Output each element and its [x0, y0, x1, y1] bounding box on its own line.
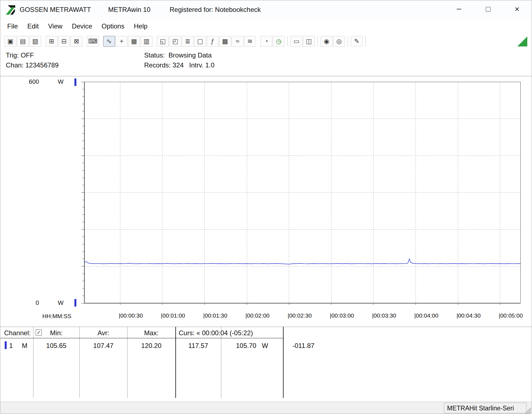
- formula-button[interactable]: ƒ: [207, 36, 219, 47]
- menu-view[interactable]: View: [43, 20, 67, 33]
- numeric-display-button[interactable]: ⌨: [87, 36, 99, 47]
- metrawin-window: GOSSEN METRAWATT METRAwin 10 Registered …: [0, 0, 532, 414]
- zoom-amplitude-icon: ◎: [336, 38, 342, 44]
- toolbar-separator: [287, 36, 288, 46]
- channel-number-cell: 1: [9, 342, 13, 350]
- scope-small-button[interactable]: ≈: [232, 36, 243, 47]
- export-window-button[interactable]: ◱: [157, 36, 169, 47]
- menu-file[interactable]: File: [2, 20, 23, 33]
- channel-column-header: Channel:: [4, 329, 31, 337]
- title-registered: Registered for: Notebookcheck: [170, 6, 261, 14]
- title-vendor: GOSSEN METRAWATT: [20, 6, 91, 14]
- toolbar: ▣▤▧⊞⊟⊠⌨∿+▦▥◱◰≣▢ƒ▩≈≋◔◷▭◫◉◎✎: [0, 33, 532, 50]
- x-tick-label: |00:05:00: [499, 312, 523, 319]
- device-panel-icon: ▩: [222, 38, 228, 44]
- open-file-button[interactable]: ▧: [29, 36, 41, 47]
- import-device-button[interactable]: ⊠: [71, 36, 82, 47]
- import-window-button[interactable]: ◰: [169, 36, 181, 47]
- menu-device[interactable]: Device: [67, 20, 97, 33]
- line-chart-button[interactable]: ∿: [103, 36, 115, 47]
- bar-graph-icon: ▥: [144, 38, 150, 44]
- device-panel-button[interactable]: ▩: [219, 36, 231, 47]
- import-window-icon: ◰: [172, 38, 178, 44]
- status-area: Trig: OFF Chan: 123456789 Status: Browsi…: [0, 50, 532, 76]
- menu-bar: FileEditViewDeviceOptionsHelp: [0, 20, 532, 33]
- table-divider: [33, 327, 33, 398]
- export-device-icon: ⊟: [61, 38, 67, 44]
- print-button[interactable]: ▭: [290, 36, 302, 47]
- maximize-icon: [486, 7, 491, 12]
- close-button[interactable]: ×: [509, 2, 525, 16]
- zoom-time-icon: ◉: [324, 38, 329, 44]
- cursor-b-value: 105.70: [236, 342, 256, 350]
- timer-button[interactable]: ◷: [273, 36, 285, 47]
- menu-options[interactable]: Options: [97, 20, 129, 33]
- x-tick-label: |00:04:30: [456, 312, 481, 319]
- channel-status: Chan: 123456789: [6, 61, 59, 69]
- minimize-icon: [457, 9, 461, 9]
- timer-icon: ◷: [276, 38, 281, 44]
- app-logo-icon: [6, 5, 15, 15]
- minimize-button[interactable]: [451, 2, 467, 16]
- crosshair-icon: +: [120, 38, 123, 44]
- chart-area: 600 W 0 W HH:MM:SS |00:00:30|00:01:00|00…: [0, 76, 532, 327]
- trigger-status: Trig: OFF: [6, 51, 34, 59]
- x-tick-label: |00:01:00: [161, 312, 185, 319]
- profile-button[interactable]: ≣: [182, 36, 194, 47]
- scope-small-icon: ≈: [236, 38, 239, 44]
- save-screen-icon: ▤: [20, 38, 26, 44]
- annotation-button[interactable]: ✎: [351, 36, 363, 47]
- table-divider: [175, 327, 176, 398]
- close-icon: ×: [515, 5, 520, 13]
- menu-help[interactable]: Help: [129, 20, 152, 33]
- channel-mode-cell: M: [22, 342, 27, 350]
- save-screen-button[interactable]: ▤: [17, 36, 29, 47]
- y-axis-min-label: 0: [17, 299, 39, 306]
- menu-edit[interactable]: Edit: [23, 20, 43, 33]
- title-bar[interactable]: GOSSEN METRAWATT METRAwin 10 Registered …: [0, 0, 532, 20]
- export-text-button[interactable]: ⊞: [46, 36, 58, 47]
- avr-column-header: Avr:: [79, 329, 127, 337]
- table-divider: [79, 327, 80, 398]
- bar-graph-button[interactable]: ▥: [141, 36, 152, 47]
- scope-button[interactable]: ≋: [244, 36, 256, 47]
- meter-button[interactable]: ◔: [260, 36, 272, 47]
- monitor-icon: ▢: [197, 38, 203, 44]
- save-data-button[interactable]: ▣: [4, 36, 16, 47]
- avr-value-cell: 107.47: [79, 342, 127, 350]
- print-preview-button[interactable]: ◫: [303, 36, 315, 47]
- zoom-time-button[interactable]: ◉: [321, 36, 333, 47]
- min-column-header: Min:: [33, 329, 79, 337]
- x-tick-label: |00:02:30: [288, 312, 312, 319]
- annotation-icon: ✎: [354, 38, 359, 44]
- channel-color-marker: [74, 299, 76, 306]
- channel-color-marker: [5, 341, 7, 349]
- import-device-icon: ⊠: [74, 38, 79, 44]
- connected-device-field: METRAHit Starline-Seri: [444, 403, 526, 413]
- status-bar: METRAHit Starline-Seri: [0, 402, 532, 414]
- maximize-button[interactable]: [480, 2, 496, 16]
- crosshair-button[interactable]: +: [116, 36, 128, 47]
- toolbar-separator: [318, 36, 318, 46]
- export-device-button[interactable]: ⊟: [58, 36, 70, 47]
- x-tick-label: |00:03:00: [330, 312, 354, 319]
- power-chart[interactable]: [0, 76, 532, 327]
- table-divider: [221, 327, 221, 398]
- y-axis-unit-top: W: [58, 78, 64, 85]
- table-divider: [127, 327, 128, 398]
- cursor-readout-header: Curs: « 00:00:04 (-05:22): [179, 329, 253, 337]
- x-tick-label: |00:00:30: [119, 312, 143, 319]
- formula-icon: ƒ: [211, 38, 214, 44]
- browse-status: Status: Browsing Data: [144, 51, 212, 59]
- zoom-amplitude-button[interactable]: ◎: [333, 36, 345, 47]
- toolbar-separator: [365, 36, 366, 46]
- x-tick-label: |00:03:30: [372, 312, 396, 319]
- channel-table: Channel: ✓ Min: Avr: Max: Curs: « 00:00:…: [0, 327, 532, 398]
- meter-icon: ◔: [264, 38, 268, 44]
- print-icon: ▭: [294, 38, 300, 44]
- save-data-icon: ▣: [7, 38, 14, 44]
- data-table-button[interactable]: ▦: [128, 36, 140, 47]
- cursor-b-unit: W: [262, 342, 268, 350]
- monitor-button[interactable]: ▢: [194, 36, 206, 47]
- channel-color-marker: [74, 78, 76, 86]
